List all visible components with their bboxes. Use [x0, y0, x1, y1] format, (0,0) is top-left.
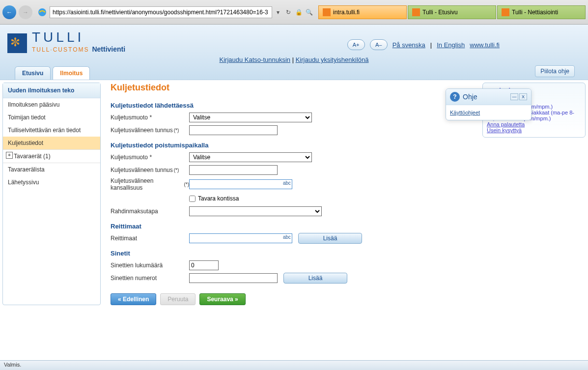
section-exit-title: Kuljetustiedot poistumispaikalla: [111, 142, 473, 149]
help-popup: ? Ohje — X Käyttöohjeet: [446, 88, 532, 120]
previous-button[interactable]: « Edellinen: [111, 293, 156, 305]
sidebar-item-clearance[interactable]: Tulliselvitettävän erän tiedot: [3, 124, 100, 137]
input-id-exit[interactable]: [189, 165, 278, 175]
ie-icon: [37, 7, 47, 17]
tab-ilmoitus[interactable]: Ilmoitus: [53, 66, 90, 80]
help-title: Ohje: [463, 93, 477, 101]
logo-title: TULLI: [32, 29, 125, 45]
sidebar-item-transport[interactable]: Kuljetustiedot: [3, 137, 100, 149]
add-seal-button[interactable]: Lisää: [283, 273, 347, 284]
label-nationality: Kuljetusvälineen kansallisuus(*): [111, 177, 189, 191]
page-header: TULLI TULL·CUSTOMS Nettivienti A+ A– På …: [0, 25, 588, 80]
font-increase-button[interactable]: A+: [347, 39, 365, 50]
checkbox-container[interactable]: [189, 196, 196, 202]
cancel-button[interactable]: Peruuta: [160, 293, 196, 305]
sidebar-item-send[interactable]: Lähetyssivu: [3, 176, 100, 189]
help-icon: ?: [450, 92, 460, 102]
lang-sv-link[interactable]: På svenska: [392, 41, 425, 49]
content-area: Kuljetustiedot Kuljetustiedot lähdettäes…: [106, 83, 477, 305]
favicon-icon: [412, 8, 420, 16]
sidebar-item-batchlist[interactable]: Tavaraerälista: [3, 163, 100, 176]
label-payment: Rahdinmaksutapa: [111, 208, 189, 215]
sidebar-item-actor[interactable]: Toimijan tiedot: [3, 111, 100, 124]
section-route-title: Reittimaat: [111, 223, 473, 230]
label-sealcount: Sinettien lukumäärä: [111, 262, 189, 269]
label-route: Reittimaat: [111, 235, 189, 242]
browser-tab[interactable]: Tulli - Etusivu: [408, 5, 496, 19]
font-decrease-button[interactable]: A–: [370, 39, 388, 50]
help-manual-link[interactable]: Käyttöohjeet: [450, 110, 480, 115]
select-mode-depart[interactable]: Valitse: [189, 113, 312, 122]
lock-icon: 🔒: [294, 8, 303, 17]
add-route-button[interactable]: Lisää: [298, 233, 362, 244]
section-seals-title: Sinetit: [111, 250, 473, 257]
hide-help-button[interactable]: Piilota ohje: [535, 65, 575, 77]
label-mode-depart: Kuljetusmuoto *: [111, 114, 189, 121]
login-katso-link[interactable]: Kirjaudu Katso-tunnuksin: [220, 56, 291, 63]
close-icon[interactable]: X: [519, 93, 527, 100]
label-mode-exit: Kuljetusmuoto *: [111, 154, 189, 161]
sidebar-item-main[interactable]: Ilmoituksen pääsivu: [3, 98, 100, 111]
login-private-link[interactable]: Kirjaudu yksityishenkilönä: [296, 56, 369, 63]
input-sealnums[interactable]: [189, 273, 278, 283]
input-sealcount[interactable]: [189, 260, 219, 270]
label-container: Tavara kontissa: [198, 195, 239, 202]
section-depart-title: Kuljetustiedot lähdettäessä: [111, 102, 473, 109]
tab-etusivu[interactable]: Etusivu: [15, 66, 51, 80]
minimize-icon[interactable]: —: [510, 93, 518, 100]
dropdown-icon[interactable]: ▾: [274, 8, 282, 17]
page-title: Kuljetustiedot: [111, 83, 473, 93]
forward-button[interactable]: →: [19, 5, 32, 19]
favicon-icon: [502, 8, 509, 16]
url-bar[interactable]: https://asiointi.tulli.fi/nettivienti/an…: [50, 6, 272, 18]
select-payment[interactable]: [189, 206, 322, 216]
lang-en-link[interactable]: In English: [437, 41, 465, 49]
input-id-depart[interactable]: [189, 125, 278, 135]
search-icon[interactable]: 🔍: [305, 8, 313, 17]
input-route[interactable]: [189, 233, 292, 243]
back-button[interactable]: ←: [2, 5, 16, 19]
favicon-icon: [323, 8, 331, 16]
home-link[interactable]: www.tulli.fi: [470, 41, 500, 49]
next-button[interactable]: Seuraava »: [199, 293, 245, 305]
input-nationality[interactable]: [189, 179, 292, 189]
sidebar: Uuden ilmoituksen teko Ilmoituksen pääsi…: [2, 83, 101, 305]
logo-icon: [7, 33, 27, 53]
feedback-link[interactable]: Anna palautetta: [487, 121, 525, 127]
label-sealnums: Sinettien numerot: [111, 275, 189, 282]
sidebar-item-batches[interactable]: Tavaraerät (1): [3, 149, 100, 163]
sidebar-title: Uuden ilmoituksen teko: [3, 83, 100, 98]
browser-toolbar: ← → https://asiointi.tulli.fi/nettivient…: [0, 0, 588, 25]
label-id-depart: Kuljetusvälineen tunnus(*): [111, 127, 189, 134]
browser-tab[interactable]: Tulli - Nettiasiointi: [497, 5, 586, 19]
logo-subtitle: TULL·CUSTOMS: [32, 46, 89, 53]
select-mode-exit[interactable]: Valitse: [189, 152, 312, 162]
browser-tab[interactable]: intra.tulli.fi: [318, 5, 407, 19]
app-name: Nettivienti: [92, 45, 125, 53]
label-id-exit: Kuljetusvälineen tunnus(*): [111, 167, 189, 173]
faq-link[interactable]: Usein kysyttyä: [487, 127, 522, 133]
refresh-icon[interactable]: ↻: [284, 8, 293, 17]
